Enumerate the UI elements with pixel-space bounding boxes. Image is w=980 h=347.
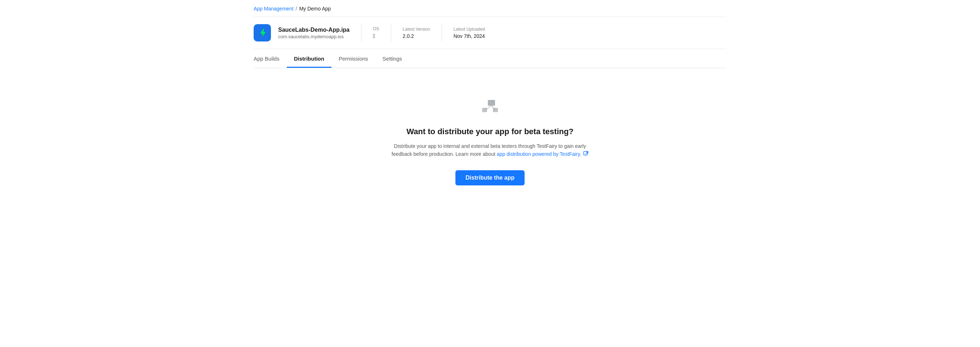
latest-version-meta: Latest Version 2.0.2 — [403, 27, 430, 39]
external-link-icon — [583, 150, 589, 158]
svg-line-7 — [585, 152, 588, 154]
breadcrumb-bar: App Management / My Demo App — [254, 0, 726, 17]
latest-uploaded-value: Nov 7th, 2024 — [453, 33, 485, 39]
breadcrumb-separator: / — [296, 6, 297, 11]
os-meta: OS  — [373, 26, 379, 39]
os-label: OS — [373, 26, 379, 31]
latest-uploaded-meta: Latest Uploaded Nov 7th, 2024 — [453, 27, 485, 39]
divider-3 — [442, 24, 442, 42]
tab-settings[interactable]: Settings — [375, 51, 409, 68]
app-logo — [254, 24, 271, 42]
apple-icon:  — [373, 33, 375, 39]
tab-permissions[interactable]: Permissions — [331, 51, 375, 68]
svg-rect-6 — [584, 152, 587, 155]
latest-version-label: Latest Version — [403, 27, 430, 32]
empty-state-description: Distribute your app to internal and exte… — [385, 142, 595, 159]
tab-distribution[interactable]: Distribution — [287, 51, 331, 68]
app-header: SauceLabs-Demo-App.ipa com.saucelabs.myd… — [254, 17, 726, 49]
os-value:  — [373, 33, 379, 39]
main-content: Want to distribute your app for beta tes… — [254, 68, 726, 207]
breadcrumb: App Management / My Demo App — [254, 6, 726, 11]
latest-version-value: 2.0.2 — [403, 33, 430, 39]
app-bundle-id: com.saucelabs.mydemoapp.ios — [278, 34, 350, 39]
tabs-bar: App Builds Distribution Permissions Sett… — [254, 49, 726, 68]
app-logo-icon — [257, 27, 268, 38]
empty-state-icon — [480, 97, 500, 118]
testfairy-link[interactable]: app distribution powered by TestFairy. — [497, 151, 582, 157]
breadcrumb-link[interactable]: App Management — [254, 6, 294, 11]
divider-2 — [391, 24, 391, 42]
breadcrumb-current: My Demo App — [299, 6, 331, 11]
svg-rect-1 — [488, 100, 495, 106]
app-info: SauceLabs-Demo-App.ipa com.saucelabs.myd… — [278, 27, 350, 39]
empty-state-heading: Want to distribute your app for beta tes… — [406, 127, 574, 136]
divider-1 — [361, 24, 361, 42]
latest-uploaded-label: Latest Uploaded — [453, 27, 485, 32]
app-name: SauceLabs-Demo-App.ipa — [278, 27, 350, 33]
distribute-app-button[interactable]: Distribute the app — [455, 170, 525, 185]
tab-app-builds[interactable]: App Builds — [254, 51, 287, 68]
